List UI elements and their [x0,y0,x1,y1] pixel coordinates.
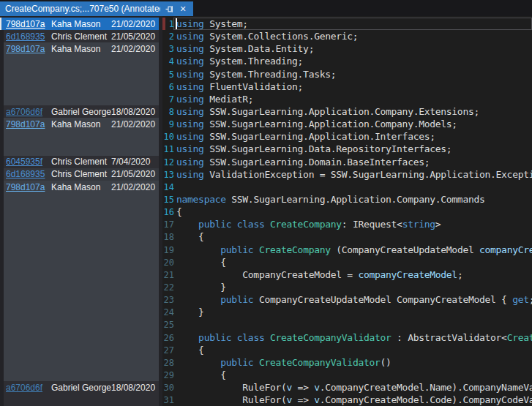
code-token: { [176,369,226,380]
code-line[interactable]: 1using System; [162,18,532,30]
code-line[interactable]: 28 public CreateCompanyValidator() [162,356,532,369]
code-line[interactable]: 25 [162,318,532,331]
commit-hash-link[interactable]: 6045935f [6,157,51,167]
code-token: MediatR; [204,94,254,105]
code-line[interactable]: 3using System.Data.Entity; [162,42,532,55]
line-number: 10 [162,131,174,143]
code-line[interactable]: 15namespace SSW.SugarLearning.Applicatio… [162,193,532,206]
code-line[interactable]: 4using System.Threading; [162,55,532,67]
code-token: => [292,382,314,393]
code-line[interactable]: 17 public class CreateCompany: IRequest<… [162,218,532,230]
document-tab[interactable]: CreateCompany.cs;...707e50 (Annotated) ✕ [0,1,193,16]
code-line[interactable]: 6using FluentValidation; [162,80,532,93]
commit-date: 21/05/2020 [111,31,159,42]
pin-icon[interactable] [164,4,174,14]
code-line[interactable]: 30 RuleFor(v => v.CompanyCreateModel.Nam… [162,381,532,394]
commit-date: 18/08/2020 [111,107,159,117]
code-line[interactable]: 9using SSW.SugarLearning.Application.Com… [162,118,532,130]
close-icon[interactable]: ✕ [178,4,188,14]
code-editor[interactable]: 1using System;2using System.Collections.… [162,16,532,406]
code-token: } [176,282,226,293]
code-token: using [176,143,204,154]
code-line[interactable]: 18 { [162,230,532,243]
code-token: SSW.SugarLearning.Domain.BaseInterfaces; [204,157,430,168]
annotation-margin: 798d107aKaha Mason21/02/20206d168935Chri… [0,16,162,406]
code-token: class [237,332,265,343]
code-line[interactable]: 22 } [162,281,532,293]
annotation-row: 798d107aKaha Mason21/02/2020 [4,181,159,193]
line-number: 23 [162,294,174,307]
annotation-block: 6d168935Chris Clement21/05/2020 [4,168,159,181]
code-token: CreateCompanyValidator [259,357,381,368]
code-line[interactable]: 2using System.Collections.Generic; [162,30,532,42]
code-line[interactable]: 20 { [162,256,532,268]
line-number: 3 [162,43,174,56]
code-line[interactable]: 11using SSW.SugarLearning.Data.Repositor… [162,143,532,155]
commit-hash-link[interactable]: 6d168935 [6,31,51,42]
annotation-row: a6706d6fGabriel George18/08/2020 [4,105,159,118]
code-token: { [176,231,204,242]
code-line[interactable]: 31 RuleFor(v => v.CompanyCreateModel.Cod… [162,394,532,406]
code-token [176,357,220,368]
code-line[interactable]: 7using MediatR; [162,93,532,105]
line-number: 22 [162,282,174,294]
code-token: { [176,206,182,217]
code-line[interactable]: 21 CompanyCreateModel = companyCreateMod… [162,268,532,281]
annotation-block: 798d107aKaha Mason21/02/2020 [4,118,159,155]
code-line[interactable]: 5using System.Threading.Tasks; [162,68,532,80]
commit-date: 18/08/2020 [111,383,159,393]
code-token: .CompanyCreateModel.Code).CompanyCodeVal… [320,394,532,405]
code-line[interactable]: 24 } [162,306,532,318]
code-token: using [176,157,204,168]
code-token: public [220,244,253,255]
code-token: CompanyCreateModel = [176,269,358,280]
code-line[interactable]: 8using SSW.SugarLearning.Application.Com… [162,105,532,118]
code-line[interactable]: 13using ValidationException = SSW.SugarL… [162,168,532,181]
code-token: FluentValidation; [204,81,303,92]
commit-hash-link[interactable]: a6706d6f [6,107,51,117]
code-line[interactable]: 23 public CompanyCreateUpdateModel Compa… [162,293,532,306]
code-line[interactable]: 16{ [162,206,532,218]
code-token: public [220,294,253,305]
commit-hash-link[interactable]: 798d107a [6,44,51,54]
code-token: System.Threading.Tasks; [204,69,337,80]
code-token: RuleFor( [176,394,287,405]
author-name: Gabriel George [51,383,111,393]
code-token: using [176,18,204,29]
code-token [253,244,259,255]
code-token: using [176,119,204,129]
vs-editor-window: CreateCompany.cs;...707e50 (Annotated) ✕… [0,0,532,406]
code-line[interactable]: 26 public class CreateCompanyValidator :… [162,331,532,344]
code-token [253,357,259,368]
code-token: companyCreateModel [358,269,457,280]
code-token: v [287,394,293,405]
line-number: 17 [162,219,174,231]
annotation-row: 798d107aKaha Mason21/02/2020 [1,18,159,30]
code-token: > [435,219,441,230]
commit-hash-link[interactable]: 6d168935 [6,169,51,179]
commit-hash-link[interactable]: a6706d6f [6,383,51,393]
line-number: 4 [162,56,174,68]
commit-date: 21/02/2020 [111,182,159,192]
annotation-block: 6d168935Chris Clement21/05/2020 [4,30,159,42]
code-line[interactable]: 27 { [162,344,532,356]
code-token: RuleFor( [176,382,287,393]
code-token: SSW.SugarLearning.Application.Company.Co… [226,194,485,205]
code-line[interactable]: 10using SSW.SugarLearning.Application.In… [162,130,532,143]
code-line[interactable]: 19 public CreateCompany (CompanyCreateUp… [162,244,532,256]
code-line[interactable]: 29 { [162,369,532,381]
code-token: public [198,219,231,230]
code-token: string [402,219,435,230]
code-token: : AbstractValidator< [391,332,507,343]
code-line[interactable]: 14 [162,181,532,193]
commit-hash-link[interactable]: 798d107a [6,119,51,129]
code-token: { [176,257,226,268]
commit-hash-link[interactable]: 798d107a [6,182,51,192]
commit-hash-link[interactable]: 798d107a [6,19,51,29]
code-token: { [176,345,204,356]
author-name: Kaha Mason [51,19,111,29]
code-token: (CompanyCreateUpdateModel [331,244,479,255]
code-line[interactable]: 12using SSW.SugarLearning.Domain.BaseInt… [162,156,532,168]
line-number: 7 [162,94,174,106]
line-number: 6 [162,81,174,94]
